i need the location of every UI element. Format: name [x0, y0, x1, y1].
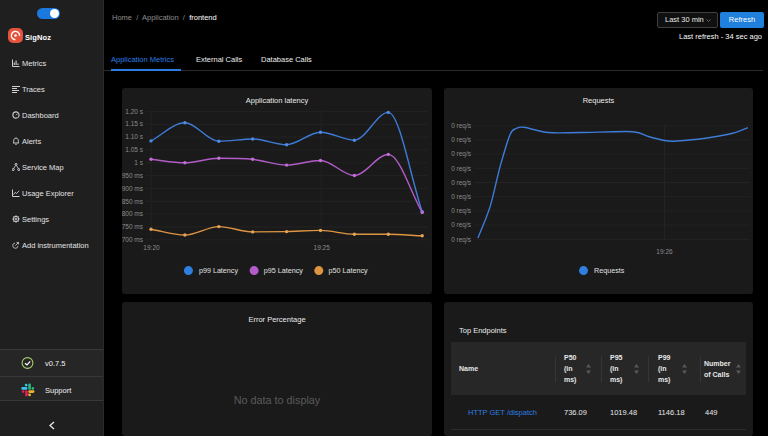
svg-text:750 ms: 750 ms: [122, 223, 144, 230]
svg-text:0 req/s: 0 req/s: [451, 193, 472, 201]
svg-text:900 ms: 900 ms: [122, 185, 144, 192]
svg-text:1 s: 1 s: [134, 159, 143, 166]
svg-text:p95 Latency: p95 Latency: [264, 266, 304, 275]
svg-text:p99 Latency: p99 Latency: [199, 266, 239, 275]
svg-text:0 req/s: 0 req/s: [451, 136, 472, 144]
svg-text:0 req/s: 0 req/s: [451, 165, 472, 173]
svg-text:0 req/s: 0 req/s: [451, 179, 472, 187]
svg-text:19:25: 19:25: [314, 244, 331, 251]
svg-text:0 req/s: 0 req/s: [451, 150, 472, 158]
svg-text:1.05 s: 1.05 s: [125, 146, 143, 153]
svg-text:19:20: 19:20: [143, 244, 160, 251]
svg-text:1.15 s: 1.15 s: [125, 120, 143, 127]
svg-text:Requests: Requests: [594, 266, 625, 275]
svg-text:800 ms: 800 ms: [122, 210, 144, 217]
svg-text:950 ms: 950 ms: [122, 172, 144, 179]
svg-text:0 req/s: 0 req/s: [451, 236, 472, 244]
svg-text:19:26: 19:26: [656, 248, 673, 255]
svg-text:700 ms: 700 ms: [122, 236, 144, 243]
svg-text:850 ms: 850 ms: [122, 198, 144, 205]
svg-text:0 req/s: 0 req/s: [451, 122, 472, 130]
svg-text:1.20 s: 1.20 s: [125, 108, 143, 115]
svg-text:0 req/s: 0 req/s: [451, 207, 472, 215]
svg-text:0 req/s: 0 req/s: [451, 221, 472, 229]
svg-text:1.10 s: 1.10 s: [125, 133, 143, 140]
svg-text:p50 Latency: p50 Latency: [329, 266, 369, 275]
